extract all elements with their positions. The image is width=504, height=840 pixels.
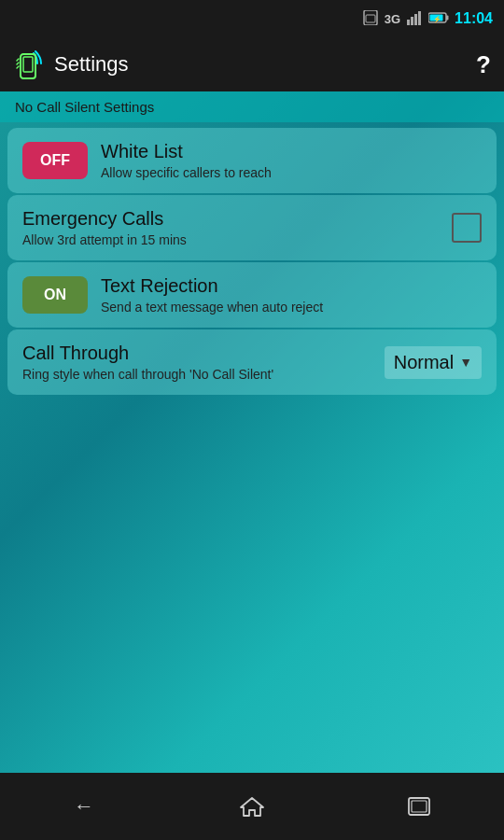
call-through-desc: Ring style when call through 'No Call Si… (22, 367, 385, 382)
text-rejection-content: Text Rejection Send a text message when … (101, 275, 482, 315)
home-button[interactable] (224, 788, 280, 825)
svg-text:⚡: ⚡ (433, 15, 441, 23)
top-bar: Settings ? (0, 37, 504, 91)
status-bar: 3G ⚡ 11:04 (0, 0, 504, 37)
back-button[interactable]: ← (56, 788, 112, 825)
dropdown-arrow-icon: ▼ (459, 355, 472, 370)
svg-rect-5 (418, 11, 421, 25)
call-through-item[interactable]: Call Through Ring style when call throug… (7, 329, 497, 395)
call-through-value: Normal (394, 352, 454, 373)
white-list-item[interactable]: OFF White List Allow specific callers to… (7, 128, 497, 193)
emergency-calls-desc: Allow 3rd attempt in 15 mins (22, 232, 452, 247)
text-rejection-item[interactable]: ON Text Rejection Send a text message wh… (7, 262, 497, 328)
svg-rect-4 (414, 14, 417, 25)
help-button[interactable]: ? (476, 50, 491, 79)
text-rejection-desc: Send a text message when auto reject (101, 300, 482, 315)
battery-icon: ⚡ (428, 11, 449, 27)
sim-icon (362, 10, 379, 28)
signal-icon (406, 10, 423, 28)
settings-list: OFF White List Allow specific callers to… (0, 122, 504, 400)
recents-icon (407, 796, 433, 817)
emergency-calls-checkbox[interactable] (452, 213, 482, 243)
call-through-content: Call Through Ring style when call throug… (22, 343, 385, 382)
emergency-calls-item[interactable]: Emergency Calls Allow 3rd attempt in 15 … (7, 195, 497, 260)
home-icon (239, 795, 265, 818)
section-header: No Call Silent Settings (0, 91, 504, 122)
text-rejection-toggle[interactable]: ON (22, 276, 88, 314)
emergency-calls-title: Emergency Calls (22, 208, 452, 230)
svg-rect-7 (446, 15, 449, 20)
white-list-desc: Allow specific callers to reach (101, 165, 482, 180)
white-list-content: White List Allow specific callers to rea… (101, 141, 482, 180)
emergency-calls-content: Emergency Calls Allow 3rd attempt in 15 … (22, 208, 452, 247)
back-icon: ← (74, 794, 94, 819)
white-list-toggle[interactable]: OFF (22, 142, 88, 179)
3g-icon: 3G (385, 12, 400, 26)
app-title: Settings (54, 52, 476, 77)
status-time: 11:04 (455, 10, 493, 27)
svg-rect-1 (366, 15, 375, 22)
white-list-title: White List (101, 141, 482, 162)
recents-button[interactable] (392, 788, 448, 825)
call-through-title: Call Through (22, 343, 385, 364)
app-icon (13, 49, 45, 80)
bottom-nav: ← (0, 773, 504, 840)
call-through-dropdown[interactable]: Normal ▼ (385, 346, 482, 379)
svg-rect-2 (407, 20, 410, 25)
main-content: No Call Silent Settings OFF White List A… (0, 91, 504, 773)
svg-rect-3 (411, 17, 413, 25)
text-rejection-title: Text Rejection (101, 275, 482, 297)
svg-rect-17 (412, 801, 427, 812)
